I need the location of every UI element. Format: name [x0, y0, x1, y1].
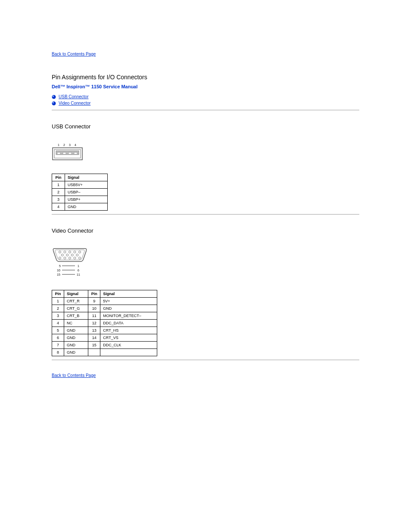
- table-row: 2 USBP–: [52, 189, 108, 196]
- usb-connector-diagram: 1 2 3 4: [52, 143, 83, 161]
- toc-link-usb[interactable]: USB Connector: [59, 94, 88, 99]
- manual-title: Dell™ Inspiron™ 1150 Service Manual: [52, 84, 359, 89]
- cell-pin: 3: [52, 196, 65, 203]
- divider: [52, 110, 359, 110]
- cell-pin: [88, 349, 100, 356]
- page-title: Pin Assignments for I/O Connectors: [52, 74, 359, 81]
- cell-signal: MONITOR_DETECT–: [100, 312, 157, 320]
- svg-point-25: [64, 257, 66, 259]
- svg-text:4: 4: [75, 143, 76, 146]
- cell-signal: USBP–: [65, 189, 108, 196]
- video-pin-table: Pin Signal Pin Signal 1 CRT_R 9 5V+ 2 CR…: [52, 290, 157, 356]
- back-to-contents-bottom[interactable]: Back to Contents Page: [52, 373, 96, 378]
- cell-pin: 10: [88, 305, 100, 312]
- cell-signal: DDC_DATA: [100, 320, 157, 327]
- cell-signal: CRT_R: [64, 298, 88, 305]
- video-section-title: Video Connector: [52, 227, 359, 234]
- cell-pin: 4: [52, 203, 65, 211]
- cell-pin: 15: [88, 342, 100, 349]
- th-pin: Pin: [52, 174, 65, 181]
- svg-point-19: [79, 251, 81, 253]
- toc-list: USB Connector Video Connector: [52, 94, 359, 106]
- toc-link-video[interactable]: Video Connector: [59, 101, 90, 106]
- svg-point-0: [52, 95, 56, 99]
- bullet-icon: [52, 95, 56, 99]
- cell-pin: 9: [88, 298, 100, 305]
- svg-text:15: 15: [57, 273, 60, 276]
- table-row: 3 CRT_B 11 MONITOR_DETECT–: [52, 312, 157, 320]
- table-header-row: Pin Signal: [52, 174, 108, 181]
- cell-pin: 1: [52, 298, 64, 305]
- cell-pin: 11: [88, 312, 100, 320]
- svg-point-1: [53, 95, 54, 97]
- svg-text:2: 2: [63, 143, 65, 146]
- table-row: 8 GND: [52, 349, 157, 356]
- svg-text:5: 5: [59, 264, 61, 268]
- cell-pin: 14: [88, 334, 100, 342]
- cell-pin: 2: [52, 305, 64, 312]
- svg-point-26: [69, 257, 71, 259]
- svg-point-20: [61, 254, 63, 256]
- back-to-contents-top[interactable]: Back to Contents Page: [52, 52, 96, 56]
- cell-signal: CRT_HS: [100, 327, 157, 334]
- svg-text:1: 1: [78, 264, 79, 268]
- svg-point-15: [59, 251, 61, 253]
- divider: [52, 360, 359, 360]
- svg-point-18: [74, 251, 76, 253]
- svg-rect-14: [74, 152, 77, 154]
- svg-point-27: [74, 257, 76, 259]
- cell-signal: CRT_VS: [100, 334, 157, 342]
- cell-signal: GND: [64, 349, 88, 356]
- table-row: 2 CRT_G 10 GND: [52, 305, 157, 312]
- th-signal: Signal: [100, 290, 157, 298]
- th-signal: Signal: [65, 174, 108, 181]
- cell-pin: 12: [88, 320, 100, 327]
- cell-signal: GND: [64, 342, 88, 349]
- table-header-row: Pin Signal Pin Signal: [52, 290, 157, 298]
- cell-signal: GND: [65, 203, 108, 211]
- table-row: 5 GND 13 CRT_HS: [52, 327, 157, 334]
- svg-point-17: [69, 251, 71, 253]
- svg-text:1: 1: [58, 143, 59, 146]
- svg-rect-13: [68, 152, 72, 154]
- cell-pin: 1: [52, 181, 65, 189]
- table-row: 3 USBP+: [52, 196, 108, 203]
- cell-signal: GND: [64, 327, 88, 334]
- svg-text:10: 10: [57, 269, 60, 272]
- svg-text:6: 6: [78, 269, 79, 272]
- table-row: 6 GND 14 CRT_VS: [52, 334, 157, 342]
- cell-signal: GND: [100, 305, 157, 312]
- cell-signal: USBP+: [65, 196, 108, 203]
- svg-point-21: [66, 254, 68, 256]
- svg-point-23: [76, 254, 78, 256]
- svg-point-2: [52, 101, 56, 105]
- cell-signal: NC: [64, 320, 88, 327]
- cell-pin: 4: [52, 320, 64, 327]
- cell-pin: 2: [52, 189, 65, 196]
- th-signal: Signal: [64, 290, 88, 298]
- svg-rect-11: [57, 152, 60, 154]
- svg-text:3: 3: [69, 143, 71, 146]
- svg-point-16: [64, 251, 66, 253]
- cell-signal: CRT_G: [64, 305, 88, 312]
- cell-pin: 8: [52, 349, 64, 356]
- usb-section-title: USB Connector: [52, 123, 359, 130]
- cell-signal: CRT_B: [64, 312, 88, 320]
- table-row: 1 USB5V+: [52, 181, 108, 189]
- svg-point-24: [59, 257, 61, 259]
- cell-pin: 3: [52, 312, 64, 320]
- cell-pin: 7: [52, 342, 64, 349]
- svg-point-22: [71, 254, 73, 256]
- cell-signal: USB5V+: [65, 181, 108, 189]
- cell-pin: 13: [88, 327, 100, 334]
- th-pin: Pin: [88, 290, 100, 298]
- svg-rect-12: [63, 152, 66, 154]
- svg-point-3: [53, 102, 54, 103]
- table-row: 4 NC 12 DDC_DATA: [52, 320, 157, 327]
- svg-text:11: 11: [77, 273, 80, 276]
- usb-pin-table: Pin Signal 1 USB5V+ 2 USBP– 3 USBP+ 4 GN…: [52, 174, 108, 211]
- table-row: 7 GND 15 DDC_CLK: [52, 342, 157, 349]
- th-pin: Pin: [52, 290, 64, 298]
- cell-pin: 6: [52, 334, 64, 342]
- cell-signal: [100, 349, 157, 356]
